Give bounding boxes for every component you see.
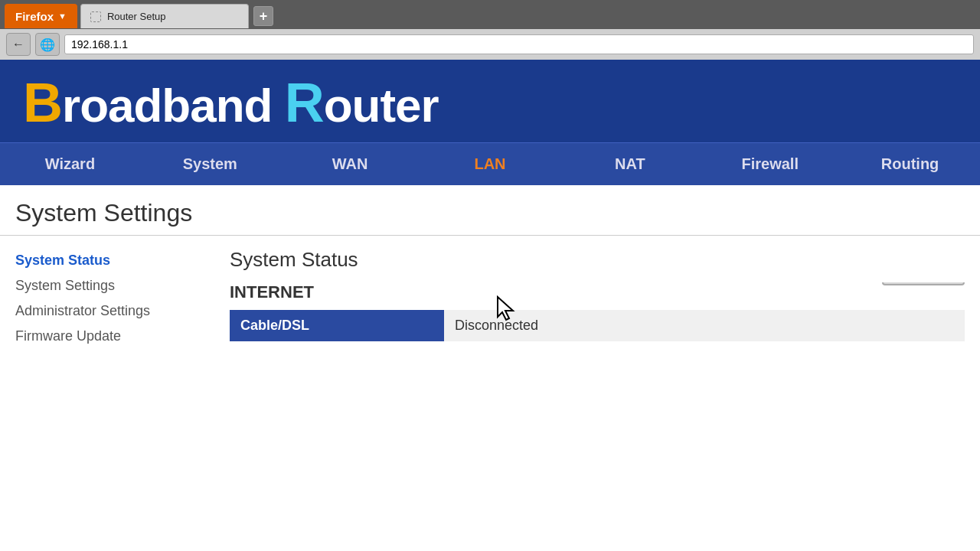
router-header: Broadband Router	[0, 60, 980, 142]
firefox-label: Firefox	[15, 10, 54, 23]
nav-wizard[interactable]: Wizard	[0, 143, 140, 185]
nav-lan[interactable]: LAN	[420, 143, 560, 185]
main-content: System Status INTERNET Refresh Cable/DSL…	[214, 248, 980, 349]
refresh-button[interactable]: Refresh	[882, 282, 965, 285]
nav-system[interactable]: System	[140, 143, 280, 185]
browser-chrome: Firefox ▼ Router Setup + ← 🌐	[0, 0, 980, 60]
page-heading: System Settings	[0, 185, 980, 236]
content-area: System Settings System Status System Set…	[0, 185, 980, 361]
table-cell-type: Cable/DSL	[230, 310, 444, 341]
nav-routing[interactable]: Routing	[840, 143, 980, 185]
brand-r-letter: R	[285, 72, 324, 133]
sidebar-link-system-status[interactable]: System Status	[15, 248, 199, 273]
router-ui: Broadband Router Wizard System WAN LAN N…	[0, 60, 980, 361]
new-tab-icon: +	[260, 8, 268, 24]
sidebar-link-system-settings[interactable]: System Settings	[15, 273, 199, 298]
router-nav-menu: Wizard System WAN LAN NAT Firewall Routi…	[0, 142, 980, 185]
firefox-dropdown-arrow: ▼	[58, 11, 67, 21]
internet-label: INTERNET	[230, 282, 314, 302]
globe-icon: 🌐	[35, 33, 60, 56]
back-button[interactable]: ←	[6, 33, 31, 56]
sidebar-link-admin-settings[interactable]: Administrator Settings	[15, 298, 199, 324]
tab-title: Router Setup	[107, 11, 166, 22]
main-layout: System Status System Settings Administra…	[0, 236, 980, 361]
table-row: Cable/DSL Disconnected	[230, 310, 965, 341]
nav-wan[interactable]: WAN	[280, 143, 420, 185]
nav-firewall[interactable]: Firewall	[700, 143, 840, 185]
brand-roadband: roadband	[62, 79, 285, 132]
nav-nat[interactable]: NAT	[560, 143, 700, 185]
sidebar: System Status System Settings Administra…	[0, 248, 214, 349]
active-tab[interactable]: Router Setup	[80, 4, 249, 28]
status-table: Cable/DSL Disconnected	[230, 310, 965, 341]
brand-outer: outer	[324, 79, 439, 132]
section-title: System Status	[230, 248, 965, 272]
navigation-bar: ← 🌐	[0, 29, 980, 60]
address-bar[interactable]	[64, 34, 974, 54]
new-tab-button[interactable]: +	[253, 6, 273, 26]
tab-bar: Firefox ▼ Router Setup +	[0, 0, 980, 29]
brand-b-letter: B	[23, 72, 62, 133]
tab-favicon	[90, 11, 101, 22]
firefox-menu-button[interactable]: Firefox ▼	[5, 4, 77, 28]
router-brand-title: Broadband Router	[23, 75, 957, 130]
table-cell-status: Disconnected	[444, 310, 965, 341]
sidebar-link-firmware[interactable]: Firmware Update	[15, 324, 199, 349]
